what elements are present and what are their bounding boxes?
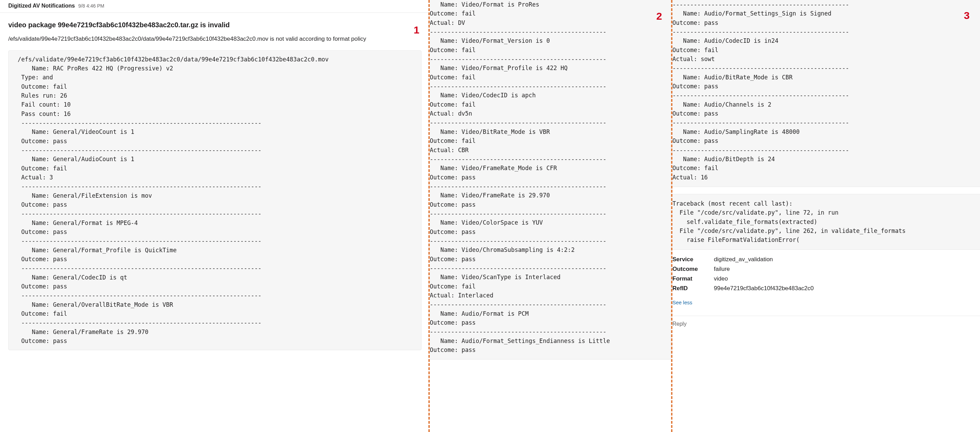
panel-divider-2	[671, 0, 673, 432]
sender-name: Digitized AV Notifications	[8, 3, 75, 9]
meta-val-refid: 99e4e7219cf3ab6c10f432be483ac2c0	[714, 285, 814, 292]
meta-row-service: Service digitized_av_validation	[673, 255, 980, 264]
meta-val-outcome: failure	[714, 266, 730, 273]
main-container: 1 Digitized AV Notifications 9/8 4:46 PM…	[0, 0, 980, 432]
meta-key-format: Format	[673, 275, 714, 282]
meta-row-refid: RefID 99e4e7219cf3ab6c10f432be483ac2c0	[673, 284, 980, 293]
panel-number-1: 1	[414, 24, 419, 36]
panel-number-3: 3	[964, 10, 970, 21]
message-header: Digitized AV Notifications 9/8 4:46 PM	[0, 0, 430, 13]
meta-row-outcome: Outcome failure	[673, 264, 980, 274]
panel-3: 3 --------------------------------------…	[673, 0, 980, 432]
meta-val-format: video	[714, 275, 728, 282]
meta-key-refid: RefID	[673, 285, 714, 292]
panel-2: 2 Name: Video/Format is ProRes Outcome: …	[430, 0, 673, 432]
message-title: video package 99e4e7219cf3ab6c10f432be48…	[8, 21, 230, 29]
meta-row-format: Format video	[673, 274, 980, 284]
panel-divider-1	[428, 0, 430, 432]
meta-key-outcome: Outcome	[673, 266, 714, 273]
panel-number-2: 2	[656, 10, 662, 22]
metadata-table: Service digitized_av_validation Outcome …	[673, 255, 980, 293]
traceback-output: Traceback (most recent call last): File …	[673, 194, 980, 250]
meta-key-service: Service	[673, 256, 714, 263]
reply-bar[interactable]: Reply	[673, 316, 980, 327]
validation-output-2: Name: Video/Format is ProRes Outcome: fa…	[430, 0, 673, 359]
message-subtitle: /efs/validate/99e4e7219cf3ab6c10f432be48…	[0, 32, 430, 48]
validation-output-3: ----------------------------------------…	[673, 0, 980, 187]
message-timestamp: 9/8 4:46 PM	[78, 3, 105, 9]
panel-1: 1 Digitized AV Notifications 9/8 4:46 PM…	[0, 0, 430, 432]
title-row: video package 99e4e7219cf3ab6c10f432be48…	[0, 13, 430, 32]
validation-output-1: /efs/validate/99e4e7219cf3ab6c10f432be48…	[8, 50, 422, 350]
meta-val-service: digitized_av_validation	[714, 256, 773, 263]
see-less-link[interactable]: See less	[673, 300, 980, 305]
